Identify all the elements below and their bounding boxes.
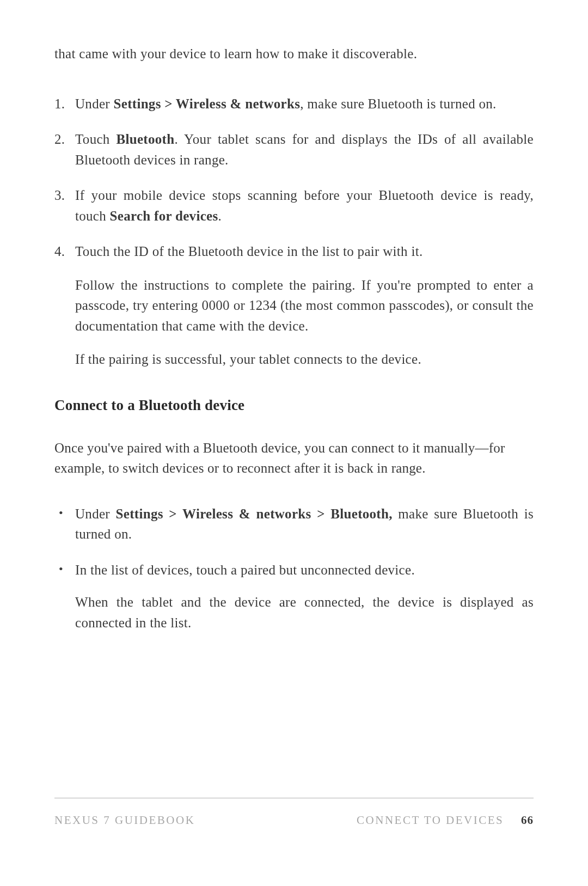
- footer-section: CONNECT TO DEVICES: [357, 814, 504, 827]
- footer-row: NEXUS 7 GUIDEBOOK CONNECT TO DEVICES 66: [54, 814, 534, 827]
- list-item: Touch Bluetooth. Your tablet scans for a…: [54, 129, 534, 170]
- footer-left: NEXUS 7 GUIDEBOOK: [54, 814, 195, 827]
- footer-divider: [54, 798, 534, 798]
- bold-text: Settings > Wireless & networks > Bluetoo…: [116, 506, 393, 521]
- bullet-steps: Under Settings > Wireless & networks > B…: [54, 504, 534, 633]
- list-item: Under Settings > Wireless & networks > B…: [54, 504, 534, 545]
- sub-paragraph: If the pairing is successful, your table…: [75, 349, 534, 370]
- bold-text: Bluetooth: [117, 132, 175, 146]
- sub-paragraph: When the tablet and the device are conne…: [75, 592, 534, 633]
- intro-text: that came with your device to learn how …: [54, 44, 534, 64]
- list-item: If your mobile device stops scanning bef…: [54, 185, 534, 226]
- list-item: Under Settings > Wireless & networks, ma…: [54, 94, 534, 114]
- page-number: 66: [521, 814, 534, 827]
- sub-paragraph: Follow the instructions to complete the …: [75, 275, 534, 337]
- bold-text: Search for devices: [110, 209, 218, 223]
- section-heading: Connect to a Bluetooth device: [54, 397, 534, 414]
- page-content: that came with your device to learn how …: [0, 0, 588, 633]
- page-footer: NEXUS 7 GUIDEBOOK CONNECT TO DEVICES 66: [54, 798, 534, 827]
- section-body: Once you've paired with a Bluetooth devi…: [54, 438, 534, 479]
- footer-right: CONNECT TO DEVICES 66: [357, 814, 534, 827]
- bold-text: Settings > Wireless & networks: [114, 96, 301, 111]
- numbered-steps: Under Settings > Wireless & networks, ma…: [54, 94, 534, 370]
- list-item: In the list of devices, touch a paired b…: [54, 560, 534, 633]
- list-item: Touch the ID of the Bluetooth device in …: [54, 241, 534, 370]
